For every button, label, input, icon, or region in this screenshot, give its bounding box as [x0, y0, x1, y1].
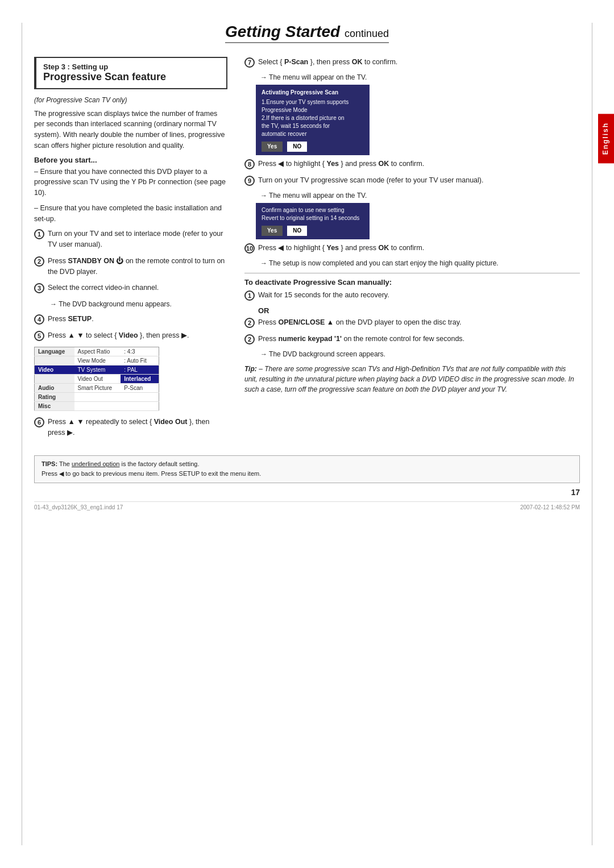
or-divider: OR	[258, 306, 580, 315]
page-number: 17	[34, 488, 580, 497]
deactivate-step-3: 2 Press numeric keypad '1' on the remote…	[244, 334, 580, 344]
dvd-menu-label-rating: Rating	[35, 393, 74, 402]
menu-no-btn[interactable]: NO	[287, 142, 307, 152]
step-1-text: Turn on your TV and set to interlace mod…	[48, 229, 227, 250]
page-header: Getting Started continued	[34, 23, 580, 43]
deactivate-step-3-sub: → The DVD background screen appears.	[260, 350, 580, 358]
dvd-menu-row-1: Language Aspect Ratio : 4:3	[35, 347, 159, 356]
step-10-sub: → The setup is now completed and you can…	[260, 259, 580, 267]
step-7: 7 Select { P-Scan }, then press OK to co…	[244, 57, 580, 68]
deactivate-step-2: 2 Press OPEN/CLOSE ▲ on the DVD player t…	[244, 317, 580, 328]
step-label: Step 3 : Setting up	[43, 63, 219, 71]
dvd-menu-smart-pic: Smart Picture	[74, 384, 121, 393]
tips-footer-underlined: underlined option	[72, 460, 119, 467]
page-title-continued: continued	[345, 28, 389, 39]
step-3-sub: The DVD background menu appears.	[50, 299, 227, 309]
dvd-menu-pscan: P-Scan	[121, 384, 159, 393]
step-2-num: 2	[34, 256, 44, 267]
step-1: 1 Turn on your TV and set to interlace m…	[34, 229, 227, 250]
dvd-menu-label-audio: Audio	[35, 384, 74, 393]
step-8-text: Press ◀ to highlight { Yes } and press O…	[258, 159, 424, 169]
step-4-text: Press SETUP.	[48, 314, 94, 325]
step-3-text: Select the correct video-in channel.	[48, 283, 159, 293]
deactivate-step-3-num: 2	[244, 334, 255, 344]
dvd-menu-label-video: Video	[35, 366, 74, 375]
intro-paragraph: The progressive scan displays twice the …	[34, 109, 227, 151]
step-7-text: Select { P-Scan }, then press OK to conf…	[258, 57, 397, 68]
menu-confirm-body: Confirm again to use new setting Revert …	[262, 206, 364, 222]
footer-file-right: 2007-02-12 1:48:52 PM	[520, 504, 580, 510]
dvd-menu-label-language: Language	[35, 347, 74, 356]
step-3: 3 Select the correct video-in channel.	[34, 283, 227, 293]
menu-confirm-screenshot: Confirm again to use new setting Revert …	[256, 203, 370, 239]
tips-footer-line1-pre: The	[59, 460, 72, 467]
italic-subtitle: (for Progressive Scan TV only)	[34, 96, 227, 104]
menu-activating-title: Activating Progressive Scan	[262, 88, 364, 97]
dvd-menu-screenshot: Language Aspect Ratio : 4:3 View Mode : …	[34, 347, 159, 411]
step-8: 8 Press ◀ to highlight { Yes } and press…	[244, 159, 580, 169]
dvd-menu-row-videoout: Video Out Interlaced	[35, 375, 159, 384]
deactivate-step-1-text: Wait for 15 seconds for the auto recover…	[258, 290, 389, 301]
menu-activating-screenshot: Activating Progressive Scan 1.Ensure you…	[256, 85, 370, 155]
main-content: Step 3 : Setting up Progressive Scan fea…	[34, 57, 580, 444]
dvd-menu-val-aspect: : 4:3	[121, 347, 159, 356]
menu-activating-buttons: Yes NO	[262, 142, 364, 152]
footer-info: 01-43_dvp3126K_93_eng1.indd 17 2007-02-1…	[34, 501, 580, 510]
menu-yes-btn[interactable]: Yes	[262, 142, 283, 152]
step-9-sub: → The menu will appear on the TV.	[260, 192, 580, 200]
menu-confirm-no-btn[interactable]: NO	[287, 226, 307, 236]
menu-line-2: Progressive Mode	[262, 106, 364, 114]
dvd-menu-row-2: View Mode : Auto Fit	[35, 356, 159, 366]
left-column: Step 3 : Setting up Progressive Scan fea…	[34, 57, 227, 444]
menu-line-3: 2.If there is a distorted picture on	[262, 114, 364, 122]
step-4: 4 Press SETUP.	[34, 314, 227, 325]
menu-line-1: 1.Ensure your TV system supports	[262, 98, 364, 106]
step-5: 5 Press ▲ ▼ to select { Video }, then pr…	[34, 330, 227, 341]
dvd-menu-view-mode-val: : Auto Fit	[121, 356, 159, 366]
tip-label: Tip:	[244, 365, 257, 373]
dvd-menu-row-misc: Misc	[35, 402, 159, 411]
deactivate-step-3-text: Press numeric keypad '1' on the remote c…	[258, 334, 464, 344]
step-title: Progressive Scan feature	[43, 71, 219, 84]
step-3-num: 3	[34, 283, 44, 293]
dvd-menu-interlaced: Interlaced	[121, 375, 159, 384]
dvd-menu-view-mode: View Mode	[74, 356, 121, 366]
footer-file-left: 01-43_dvp3126K_93_eng1.indd 17	[34, 504, 123, 510]
menu-activating-body: 1.Ensure your TV system supports Progres…	[262, 98, 364, 138]
dvd-menu-row-smart: Audio Smart Picture P-Scan	[35, 384, 159, 393]
before-start-item-1: – Ensure that you have connected this DV…	[34, 167, 227, 198]
step-5-text: Press ▲ ▼ to select { Video }, then pres…	[48, 330, 189, 341]
dvd-menu-label-misc: Misc	[35, 402, 74, 411]
dvd-menu-value-aspect: Aspect Ratio	[74, 347, 121, 356]
menu-confirm-yes-btn[interactable]: Yes	[262, 226, 283, 236]
menu-line-4: the TV, wait 15 seconds for	[262, 122, 364, 130]
deactivate-step-1: 1 Wait for 15 seconds for the auto recov…	[244, 290, 580, 301]
dvd-menu-tv-system-val: : PAL	[121, 366, 159, 375]
dvd-menu-video-out: Video Out	[74, 375, 121, 384]
step-10: 10 Press ◀ to highlight { Yes } and pres…	[244, 243, 580, 254]
menu-confirm-buttons: Yes NO	[262, 226, 364, 236]
english-tab: English	[598, 114, 614, 163]
tips-footer: TIPS: The underlined option is the facto…	[34, 455, 580, 483]
tips-footer-label: TIPS:	[42, 460, 57, 467]
deactivate-step-2-num: 2	[244, 318, 255, 328]
tips-footer-line2: Press ◀ to go back to previous menu item…	[42, 470, 261, 477]
tip-section: Tip: – There are some progressive scan T…	[244, 364, 580, 394]
step-1-num: 1	[34, 229, 44, 239]
step-10-num: 10	[244, 243, 255, 254]
step-6-text: Press ▲ ▼ repeatedly to select { Video O…	[48, 417, 227, 438]
page-title: Getting Started	[225, 23, 340, 40]
step-9-num: 9	[244, 176, 255, 186]
step-7-sub: → The menu will appear on the TV.	[260, 73, 580, 81]
step-2: 2 Press STANDBY ON ⏻ on the remote contr…	[34, 256, 227, 277]
deactivate-step-2-text: Press OPEN/CLOSE ▲ on the DVD player to …	[258, 317, 461, 328]
before-start-item-2: – Ensure that you have completed the bas…	[34, 203, 227, 225]
deactivate-header: To deactivate Progressive Scan manually:	[244, 273, 580, 286]
step-10-text: Press ◀ to highlight { Yes } and press O…	[258, 243, 424, 254]
menu-confirm-line2: Revert to original setting in 14 seconds	[262, 214, 364, 222]
step-6-num: 6	[34, 417, 44, 427]
step-6: 6 Press ▲ ▼ repeatedly to select { Video…	[34, 417, 227, 438]
dvd-menu-tv-system: TV System	[74, 366, 121, 375]
menu-line-5: automatic recover	[262, 130, 364, 138]
menu-confirm-line1: Confirm again to use new setting	[262, 206, 364, 214]
